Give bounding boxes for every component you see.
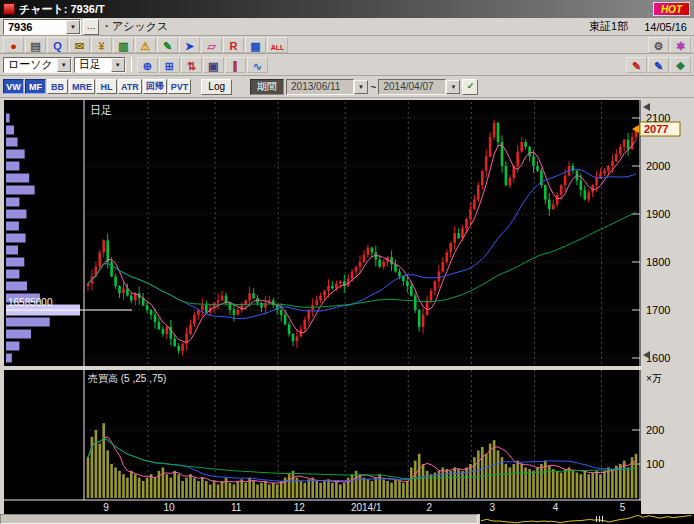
chevron-down-icon[interactable]: ▼ bbox=[354, 80, 368, 94]
zoom-in-icon[interactable]: ⊕ bbox=[137, 57, 158, 73]
svg-text:売買高 (5 ,25 ,75): 売買高 (5 ,25 ,75) bbox=[88, 373, 166, 384]
chart-type-combo[interactable]: ローソク ▼ bbox=[3, 57, 72, 73]
period-from-value[interactable]: 2013/06/11 bbox=[286, 79, 354, 95]
alert-icon-glyph: ⚠ bbox=[141, 39, 151, 53]
blue-pencil-icon[interactable]: ✎ bbox=[648, 57, 669, 73]
tools-icon[interactable]: ⚙ bbox=[648, 37, 669, 53]
cursor-icon-glyph: ➤ bbox=[185, 39, 194, 53]
printer-icon-glyph: ▤ bbox=[30, 39, 40, 53]
blue-pencil-icon-glyph: ✎ bbox=[654, 59, 663, 73]
chevron-down-icon[interactable]: ▼ bbox=[111, 58, 125, 72]
title-bar: チャート: 7936/T HOT bbox=[0, 0, 694, 18]
eraser-icon[interactable]: ▱ bbox=[201, 37, 222, 53]
indicator-bar: VWMFBBMREHLATR回帰PVT Log 期間 2013/06/11 ▼ … bbox=[0, 76, 694, 98]
symbol-code-combo[interactable]: 7936 ▼ bbox=[3, 19, 81, 35]
period-from-combo[interactable]: 2013/06/11 ▼ bbox=[286, 79, 368, 95]
svg-text:10: 10 bbox=[164, 502, 176, 513]
period-button[interactable]: 期間 bbox=[250, 79, 284, 95]
main-toolbar-left-group: ●▤Q✉¥▥⚠✎➤▱R▦ALL bbox=[3, 37, 288, 53]
updown-arrows-icon[interactable]: ⇅ bbox=[181, 57, 202, 73]
chevron-glyph: ▼ bbox=[61, 62, 67, 68]
alert-icon[interactable]: ⚠ bbox=[135, 37, 156, 53]
indicator-toggle-group: VWMFBBMREHLATR回帰PVT bbox=[3, 79, 191, 94]
indicator-MF[interactable]: MF bbox=[25, 79, 46, 94]
grid-icon-glyph: ▦ bbox=[250, 39, 260, 53]
indicator-BB[interactable]: BB bbox=[47, 79, 68, 94]
all-icon-glyph: ALL bbox=[271, 41, 285, 53]
chart-bars-icon[interactable]: ▥ bbox=[113, 37, 134, 53]
rotate-icon[interactable]: R bbox=[223, 37, 244, 53]
scrollbar-grip bbox=[596, 516, 603, 522]
timeframe-combo[interactable]: 日足 ▼ bbox=[74, 57, 126, 73]
palette2-icon-glyph: ❖ bbox=[676, 59, 686, 73]
code-assist-button[interactable]: … bbox=[83, 19, 99, 35]
symbol-code-value[interactable]: 7936 bbox=[4, 21, 66, 33]
period-tilde: ~ bbox=[370, 81, 376, 93]
chart-toolbar-right-group: ✎✎❖ bbox=[626, 57, 691, 73]
chevron-down-icon[interactable]: ▼ bbox=[446, 80, 460, 94]
candle-style-icon-glyph: ∥ bbox=[233, 59, 239, 73]
chart-window: チャート: 7936/T HOT 7936 ▼ … ・アシックス 東証1部 14… bbox=[0, 0, 694, 524]
main-toolbar: ●▤Q✉¥▥⚠✎➤▱R▦ALL ⚙✱ bbox=[0, 36, 694, 54]
chart-toolbar: ローソク ▼ 日足 ▼ ⊕⊞⇅▣∥∿ ✎✎❖ bbox=[0, 54, 694, 76]
palette-icon[interactable]: ✱ bbox=[670, 37, 691, 53]
horizontal-scrollbar[interactable] bbox=[0, 514, 694, 524]
save-icon[interactable]: ▣ bbox=[203, 57, 224, 73]
red-pencil-icon[interactable]: ✎ bbox=[626, 57, 647, 73]
indicator-MRE[interactable]: MRE bbox=[69, 79, 95, 94]
chevron-glyph: ▼ bbox=[451, 84, 457, 90]
scrollbar-track[interactable] bbox=[0, 514, 478, 524]
board-icon[interactable]: ● bbox=[3, 37, 24, 53]
svg-text:1800: 1800 bbox=[646, 256, 670, 268]
svg-text:2077: 2077 bbox=[644, 123, 668, 135]
svg-text:4: 4 bbox=[553, 502, 559, 513]
svg-text:1900: 1900 bbox=[646, 208, 670, 220]
period-to-value[interactable]: 2014/04/07 bbox=[378, 79, 446, 95]
chart-toolbar-left-group: ⊕⊞⇅▣∥∿ bbox=[137, 57, 268, 73]
app-icon bbox=[3, 3, 15, 15]
mail-icon[interactable]: ✉ bbox=[69, 37, 90, 53]
money-icon-glyph: ¥ bbox=[98, 39, 104, 53]
chevron-down-icon[interactable]: ▼ bbox=[66, 20, 80, 34]
board-icon-glyph: ● bbox=[10, 39, 17, 53]
chevron-down-icon[interactable]: ▼ bbox=[57, 58, 71, 72]
quote-search-icon[interactable]: Q bbox=[47, 37, 68, 53]
price-chart[interactable]: 210020001900180017001600200100×万16585000… bbox=[0, 98, 694, 514]
chevron-glyph: ▼ bbox=[115, 62, 121, 68]
svg-text:日足: 日足 bbox=[90, 104, 112, 116]
wave-icon[interactable]: ∿ bbox=[247, 57, 268, 73]
all-icon[interactable]: ALL bbox=[267, 37, 288, 53]
money-icon[interactable]: ¥ bbox=[91, 37, 112, 53]
svg-text:100: 100 bbox=[646, 458, 664, 470]
candle-style-icon[interactable]: ∥ bbox=[225, 57, 246, 73]
timeframe-value[interactable]: 日足 bbox=[75, 57, 111, 72]
eraser-icon-glyph: ▱ bbox=[207, 39, 215, 53]
mail-icon-glyph: ✉ bbox=[75, 39, 84, 53]
check-icon: ✓ bbox=[467, 81, 475, 91]
log-scale-button[interactable]: Log bbox=[201, 79, 232, 95]
toolbar-separator bbox=[131, 57, 132, 72]
chevron-glyph: ▼ bbox=[358, 84, 364, 90]
scrollbar-thumb[interactable] bbox=[480, 514, 694, 524]
svg-text:×万: ×万 bbox=[646, 373, 662, 384]
svg-text:1700: 1700 bbox=[646, 304, 670, 316]
indicator-回帰[interactable]: 回帰 bbox=[143, 79, 167, 94]
indicator-VW[interactable]: VW bbox=[3, 79, 24, 94]
edit-icon-glyph: ✎ bbox=[163, 39, 172, 53]
printer-icon[interactable]: ▤ bbox=[25, 37, 46, 53]
zoom-in-icon-glyph: ⊕ bbox=[143, 59, 152, 73]
cursor-icon[interactable]: ➤ bbox=[179, 37, 200, 53]
edit-icon[interactable]: ✎ bbox=[157, 37, 178, 53]
indicator-PVT[interactable]: PVT bbox=[168, 79, 192, 94]
updown-arrows-icon-glyph: ⇅ bbox=[187, 59, 196, 73]
period-to-combo[interactable]: 2014/04/07 ▼ bbox=[378, 79, 460, 95]
apply-period-button[interactable]: ✓ bbox=[462, 79, 478, 95]
hot-badge[interactable]: HOT bbox=[653, 2, 690, 16]
chart-type-value[interactable]: ローソク bbox=[4, 57, 57, 72]
indicator-ATR[interactable]: ATR bbox=[118, 79, 142, 94]
zoom-window-icon[interactable]: ⊞ bbox=[159, 57, 180, 73]
indicator-HL[interactable]: HL bbox=[96, 79, 117, 94]
palette2-icon[interactable]: ❖ bbox=[670, 57, 691, 73]
grid-icon[interactable]: ▦ bbox=[245, 37, 266, 53]
svg-text:11: 11 bbox=[231, 502, 242, 513]
